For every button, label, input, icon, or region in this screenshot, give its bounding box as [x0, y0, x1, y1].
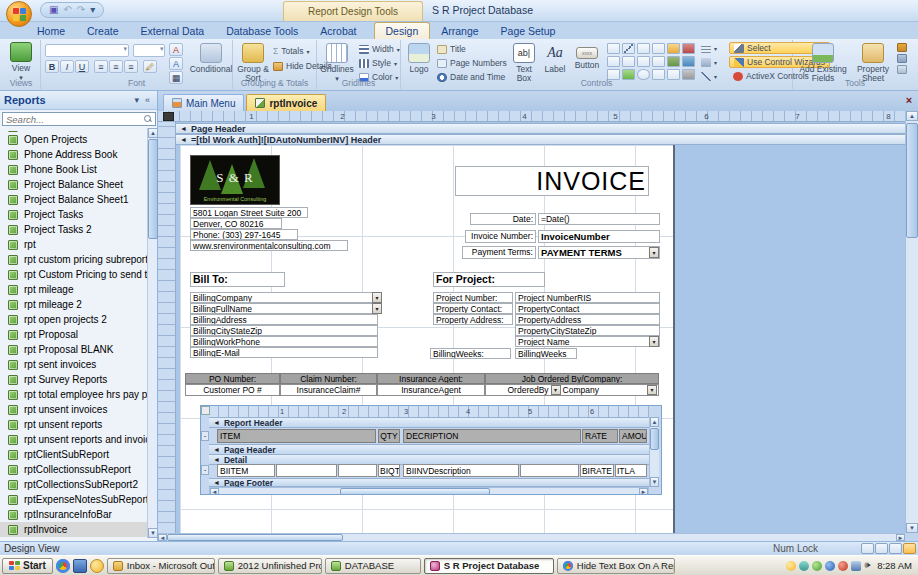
close-document-icon[interactable]: ×	[902, 94, 916, 108]
qat-more-icon[interactable]: ▾	[90, 3, 95, 17]
ribbon-tab[interactable]: Acrobat	[309, 23, 367, 39]
office-button-icon[interactable]	[6, 1, 32, 27]
sidebar-report-item[interactable]: rpt Proposal BLANK	[0, 342, 148, 357]
sidebar-report-item[interactable]: rptCollectionsSubReport2	[0, 477, 148, 492]
project-number-label[interactable]: Project Number:	[433, 292, 513, 303]
billing-workphone-field[interactable]: BillingWorkPhone	[190, 336, 378, 347]
design-view-button[interactable]	[903, 543, 916, 554]
tray-messenger-icon[interactable]	[786, 561, 796, 571]
sidebar-report-item[interactable]: rpt Custom Pricing to send to client	[0, 267, 148, 282]
nav-scroll-thumb[interactable]	[148, 139, 158, 239]
insurance-agent-header[interactable]: Insurance Agent:	[377, 373, 485, 384]
scroll-up-icon[interactable]: ▲	[906, 111, 918, 121]
image-control-icon[interactable]	[682, 56, 695, 67]
biinvdescription-field[interactable]: BIINVDescription	[403, 464, 519, 477]
sidebar-report-item[interactable]: Open Projects	[0, 132, 148, 147]
page-header-section-bar[interactable]: ◄ Page Header	[176, 123, 905, 134]
taskbar-access-button[interactable]: S R Project Database	[424, 558, 554, 574]
main-hscrollbar[interactable]: ◄ ►	[158, 533, 905, 541]
property-citystatezip-field[interactable]: PropertyCityStateZip	[515, 325, 660, 336]
subform-control-icon[interactable]	[607, 43, 620, 54]
main-vscroll-thumb[interactable]	[906, 123, 918, 238]
biitem-field[interactable]: BIITEM	[217, 464, 275, 477]
label-button[interactable]: Aa Label	[541, 41, 569, 74]
billing-weeks-label[interactable]: BillingWeeks:	[430, 348, 511, 359]
sidebar-report-item[interactable]: Phone Book List	[0, 162, 148, 177]
sidebar-report-item[interactable]: rpt unsent reports	[0, 417, 148, 432]
tab-rpt-invoice[interactable]: rptInvoice	[246, 94, 326, 111]
description-column-header[interactable]: DECRIPTION	[403, 429, 581, 443]
page-numbers-button[interactable]: Page Numbers	[437, 57, 507, 69]
claim-number-header[interactable]: Claim Number:	[280, 373, 377, 384]
po-number-header[interactable]: PO Number:	[185, 373, 280, 384]
scroll-left-icon[interactable]: ◄	[210, 488, 219, 495]
set-defaults-icon[interactable]: ▾	[701, 42, 717, 54]
tab-order-icon[interactable]	[897, 43, 907, 52]
project-name-dropdown-icon[interactable]: ▾	[649, 336, 659, 347]
ordered-by-dropdown-icon[interactable]: ▾	[551, 385, 561, 395]
address-line-2[interactable]: Denver, CO 80216	[190, 218, 282, 229]
property-contact-field[interactable]: PropertyContact	[515, 303, 660, 314]
nav-scrollbar[interactable]: ▲ ▼	[147, 128, 157, 538]
sidebar-report-item[interactable]: rpt Survey Reports	[0, 372, 148, 387]
group-sort-button[interactable]: Group & Sort	[235, 41, 271, 83]
sidebar-report-item[interactable]: rptInvoice	[0, 522, 148, 537]
font-color-icon[interactable]: A	[169, 43, 183, 56]
fill-color-icon[interactable]: A	[169, 57, 183, 70]
sidebar-report-item[interactable]: rptExpenseNotesSubReport	[0, 492, 148, 507]
job-ordered-header[interactable]: Job Ordered By/Company:	[485, 373, 659, 384]
rate-column-header[interactable]: RATE	[582, 429, 618, 443]
sidebar-report-item[interactable]: rpt custom pricing subreport	[0, 252, 148, 267]
qty-column-header[interactable]: QTY	[378, 429, 400, 443]
italic-button[interactable]: I	[60, 60, 74, 73]
property-sheet-button[interactable]: Property Sheet	[851, 41, 895, 83]
toggle-control-icon[interactable]	[667, 56, 680, 67]
detail-blank-cell[interactable]	[338, 464, 377, 477]
billing-weeks-field[interactable]: BillingWeeks	[515, 348, 577, 359]
sidebar-report-item[interactable]: rptInsuranceInfoBar	[0, 507, 148, 522]
sidebar-report-item[interactable]: rptCollectionssubReport	[0, 462, 148, 477]
ribbon-tab[interactable]: Arrange	[430, 23, 489, 39]
align-center-icon[interactable]: ≡	[109, 60, 123, 73]
sidebar-report-item[interactable]: Project Tasks	[0, 207, 148, 222]
bound-frame-icon[interactable]	[652, 43, 665, 54]
main-hscroll-thumb[interactable]	[167, 534, 343, 541]
chart-control-icon[interactable]	[667, 43, 680, 54]
align-left-icon[interactable]: ≡	[94, 60, 108, 73]
subreport-hscroll-thumb[interactable]	[340, 488, 490, 495]
line-control-icon[interactable]	[622, 43, 635, 54]
address-line-4[interactable]: www.srenvironmentalconsulting.com	[190, 240, 348, 251]
tab-main-menu[interactable]: Main Menu	[163, 94, 244, 111]
detail-blank-cell[interactable]	[520, 464, 579, 477]
network-icon[interactable]	[851, 561, 861, 571]
gridlines-button[interactable]: Gridlines ▾	[319, 41, 355, 83]
billing-company-dropdown-icon[interactable]: ▾	[372, 292, 382, 303]
invoice-number-field[interactable]: InvoiceNumber	[538, 230, 660, 243]
font-name-select[interactable]	[45, 44, 129, 57]
payment-terms-field[interactable]: PAYMENT TERMS	[538, 246, 660, 259]
ribbon-tab[interactable]: Database Tools	[215, 23, 309, 39]
item-column-header[interactable]: ITEM	[217, 429, 376, 443]
title-button[interactable]: Title	[437, 43, 507, 55]
chrome-icon[interactable]	[56, 559, 70, 573]
checkbox-control-icon[interactable]	[637, 56, 650, 67]
subreport-report-header-bar[interactable]: ◄ Report Header	[209, 417, 649, 428]
subreport-hscrollbar[interactable]: ◄ ►	[209, 487, 649, 495]
taskbar-projects-button[interactable]: 2012 Unfinished Projects	[218, 558, 322, 574]
undo-icon[interactable]: ↶	[63, 3, 71, 17]
sidebar-report-item[interactable]: rpt mileage	[0, 282, 148, 297]
gridline-style-button[interactable]: Style▾	[359, 57, 400, 69]
taskbar-database-button[interactable]: DATABASE	[325, 558, 421, 574]
sidebar-report-item[interactable]: rpt unsent invoices	[0, 402, 148, 417]
font-size-select[interactable]	[133, 44, 165, 57]
scroll-right-icon[interactable]: ►	[639, 488, 648, 495]
subreport-tool-icon[interactable]	[897, 54, 907, 63]
row-selector[interactable]: -	[201, 431, 209, 441]
gridline-width-button[interactable]: Width▾	[359, 43, 400, 55]
company-logo[interactable]: S & R Environmental Consulting	[190, 155, 280, 205]
sidebar-report-item[interactable]: rpt mileage 2	[0, 297, 148, 312]
date-label[interactable]: Date:	[470, 213, 536, 225]
insurance-claim-field[interactable]: InsuranceClaim#	[280, 384, 377, 396]
scroll-up-icon[interactable]: ▲	[650, 417, 659, 427]
scroll-down-icon[interactable]: ▼	[650, 477, 659, 487]
